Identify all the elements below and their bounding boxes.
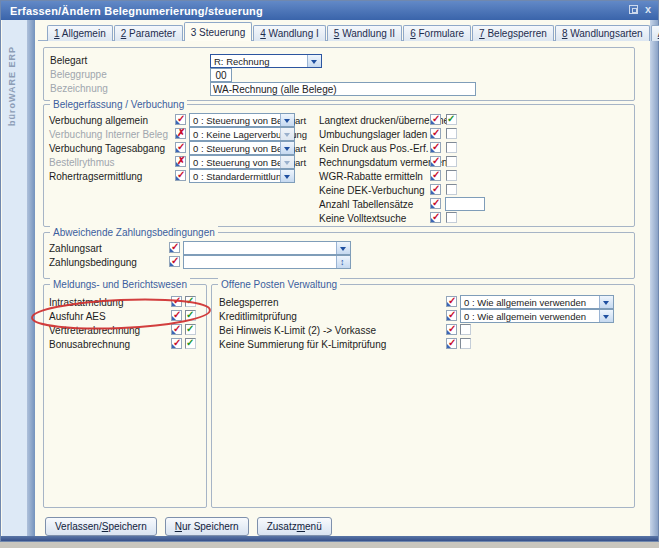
check-state-icon[interactable] [446,296,457,307]
langtext-drucken-bernehmen-checkbox[interactable] [446,114,457,125]
ausfuhr-aes-checkbox[interactable] [185,310,196,321]
check-state-icon[interactable] [171,324,182,335]
check-state-icon[interactable] [430,212,441,223]
chevron-down-icon[interactable] [599,296,613,308]
sidebar-grip-strip [27,20,35,536]
check-state-icon[interactable] [430,156,441,167]
tab-7-belegsperren[interactable]: 7 Belegsperren [472,25,554,41]
verbuchung-allgemein-combobox[interactable]: 0 : Steuerung von Belegart [189,113,295,127]
check-state-icon[interactable] [169,242,180,253]
chevron-down-icon[interactable] [280,170,294,182]
x-state-icon[interactable] [175,128,186,139]
tab-a-sonstige[interactable]: A Sonstige [651,25,659,41]
wgr-rabatte-ermitteln-checkbox[interactable] [446,170,457,181]
chevron-down-icon[interactable] [280,128,294,140]
erfassung-left-label-verbuchung-interner-beleg: Verbuchung Interner Beleg [49,129,168,141]
umbuchungslager-laden-checkbox[interactable] [446,128,457,139]
bezeichnung-label: Bezeichnung [50,83,108,95]
check-state-icon[interactable] [430,128,441,139]
belegart-value: R: Rechnung [214,56,269,67]
check-state-icon[interactable] [430,170,441,181]
check-state-icon[interactable] [430,198,441,209]
screen: Erfassen/Ändern Belegnumerierung/steueru… [0,0,659,548]
chevron-down-icon[interactable] [280,156,294,168]
rechnungsdatum-vermerken-checkbox[interactable] [446,156,457,167]
fieldset-belegart: Belegart Beleggruppe Bezeichnung R: Rech… [43,47,635,101]
window-bottom-edge [1,536,658,541]
chevron-down-icon[interactable] [599,310,613,322]
rohertragsermittlung-combobox[interactable]: 0 : Standardermittlung [189,169,295,183]
keine-summierung-f-r-k-limitpr-fung-checkbox[interactable] [460,338,471,349]
op-label-belegsperren: Belegsperren [219,297,278,309]
tab-bar: 1 Allgemein2 Parameter3 Steuerung4 Wandl… [47,23,659,41]
keine-dek-verbuchung-checkbox[interactable] [446,184,457,195]
check-state-icon[interactable] [169,256,180,267]
bei-hinweis-k-limit-2-vorkasse-checkbox[interactable] [460,324,471,335]
meldung-label-bonusabrechnung: Bonusabrechnung [49,339,130,351]
tab-5-wandlung-ii[interactable]: 5 Wandlung II [327,25,402,41]
verbuchung-interner-beleg-combobox[interactable]: 0 : Keine Lagerverbuchung [189,127,295,141]
title-bar[interactable]: Erfassen/Ändern Belegnumerierung/steueru… [1,1,658,20]
check-state-icon[interactable] [171,338,182,349]
erfassung-left-label-bestellrythmus: Bestellrythmus [49,157,115,169]
maximize-icon[interactable] [629,5,638,14]
bonusabrechnung-checkbox[interactable] [185,338,196,349]
verlassen-speichern-button[interactable]: Verlassen/Speichern [45,517,157,536]
tab-1-allgemein[interactable]: 1 Allgemein [47,25,113,41]
erfassung-right-label-umbuchungslager-laden: Umbuchungslager laden [319,129,427,141]
bezeichnung-input[interactable] [210,82,476,96]
keine-volltextsuche-checkbox[interactable] [446,212,457,223]
kreditlimitpr-fung-combobox[interactable]: 0 : Wie allgemein verwenden [460,309,614,323]
check-state-icon[interactable] [446,338,457,349]
check-state-icon[interactable] [430,114,441,125]
button-row: Verlassen/SpeichernNur SpeichernZusatzme… [45,517,332,536]
x-state-icon[interactable] [175,156,186,167]
anzahl-tabellens-tze-input[interactable] [445,197,485,211]
kein-druck-aus-pos-erf-checkbox[interactable] [446,142,457,153]
check-state-icon[interactable] [171,296,182,307]
check-state-icon[interactable] [175,142,186,153]
erfassung-right-label-keine-dek-verbuchung: Keine DEK-Verbuchung [319,185,425,197]
erfassung-right-label-rechnungsdatum-vermerken: Rechnungsdatum vermerken [319,157,447,169]
tab-6-formulare[interactable]: 6 Formulare [403,25,471,41]
check-state-icon[interactable] [446,324,457,335]
zahlungsart-combobox[interactable] [183,241,351,255]
check-state-icon[interactable] [430,184,441,195]
chevron-down-icon[interactable] [336,242,350,254]
chevron-down-icon[interactable] [280,142,294,154]
intrastatmeldung-checkbox[interactable] [185,296,196,307]
op-label-bei-hinweis-k-limit-2-vorkasse: Bei Hinweis K-Limit (2) -> Vorkasse [219,325,376,337]
close-icon[interactable]: x [645,4,651,15]
check-state-icon[interactable] [446,310,457,321]
tab-8-wandlungsarten[interactable]: 8 Wandlungsarten [555,25,650,41]
nur-speichern-button[interactable]: Nur Speichern [165,517,249,536]
check-state-icon[interactable] [430,142,441,153]
check-state-icon[interactable] [175,114,186,125]
chevron-down-icon[interactable] [307,55,321,67]
chevron-down-icon[interactable] [280,114,294,126]
bestellrythmus-combobox[interactable]: 0 : Steuerung von Belegart [189,155,295,169]
belegsperren-combobox[interactable]: 0 : Wie allgemein verwenden [460,295,614,309]
beleggruppe-input[interactable] [210,68,232,82]
beleggruppe-label: Beleggruppe [50,69,107,81]
check-state-icon[interactable] [175,170,186,181]
tab-3-steuerung[interactable]: 3 Steuerung [184,22,253,41]
erfassung-left-label-verbuchung-allgemein: Verbuchung allgemein [49,115,148,127]
brand-vertical-text: büroWARE ERP [7,46,17,126]
tab-2-parameter[interactable]: 2 Parameter [114,25,183,41]
belegart-combobox[interactable]: R: Rechnung [210,54,322,68]
zahlungsbedingung-combobox[interactable] [183,255,351,269]
verbuchung-tagesabgang-combobox[interactable]: 0 : Steuerung von Belegart [189,141,295,155]
zusatzmen-button[interactable]: Zusatzmenü [257,517,332,536]
erfassung-left-label-verbuchung-tagesabgang: Verbuchung Tagesabgang [49,143,165,155]
check-state-icon[interactable] [171,310,182,321]
window-right-edge [650,20,658,537]
meldung-label-ausfuhr-aes: Ausfuhr AES [49,311,106,323]
fieldset-legend: Offene Posten Verwaltung [218,278,340,291]
vertreterabrechnung-checkbox[interactable] [185,324,196,335]
zahlung-label-zahlungsbedingung: Zahlungsbedingung [49,257,137,269]
zahlung-label-zahlungsart: Zahlungsart [49,243,102,255]
titlebar-icons: x [629,4,651,15]
tab-4-wandlung-i[interactable]: 4 Wandlung I [253,25,326,41]
updown-arrow-icon[interactable] [336,256,350,268]
